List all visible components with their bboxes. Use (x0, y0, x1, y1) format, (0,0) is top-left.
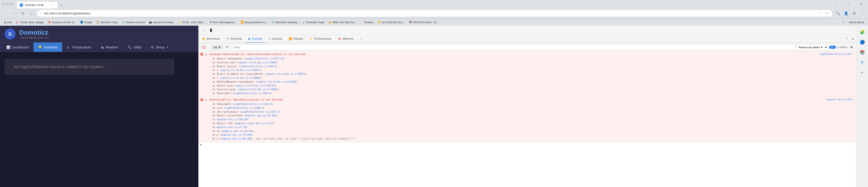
stack-link[interactable]: LightsController.js:817:25 (246, 57, 283, 60)
home-button[interactable]: ⌂ (28, 10, 35, 17)
bookmark-zt-za[interactable]: ⚡ ZT-ZA - Zone Telec... (176, 20, 207, 25)
more-bookmarks-button[interactable]: » (841, 20, 846, 25)
sidebar-bing-icon[interactable]: 🔵 (858, 38, 867, 47)
search-icon[interactable]: 🔍 (834, 10, 841, 17)
elements-icon: <> (226, 37, 229, 40)
address-bar[interactable]: ⚠ 192.168.0.42:8080/#/LightSwitches ☆ ⬡ (37, 10, 833, 17)
maximize-button[interactable]: □ (6, 2, 9, 6)
devtools-device-icon[interactable]: 📱 (208, 27, 214, 33)
bookmark-print[interactable]: 🖨 print (2, 20, 14, 25)
nav-weather[interactable]: 🌤 Weather (96, 42, 123, 52)
error-link-2[interactable]: angular.min.js:120 ↗ (827, 98, 854, 101)
error-expand-1[interactable]: ▶ (205, 53, 208, 56)
browser-minimize[interactable]: ─ (831, 0, 841, 8)
bookmark-fender-icon: 🎸 (16, 21, 19, 24)
bookmark-network-camera[interactable]: 📡 Network Camera (120, 20, 147, 25)
back-button[interactable]: ← (2, 10, 9, 17)
bookmark-free-telechargement[interactable]: ⬇ Free Telechargeme... (208, 20, 238, 25)
bookmark-ping[interactable]: 📶 ping sometimes re... (239, 20, 269, 25)
bookmark-google[interactable]: 🔵 Google (78, 20, 94, 25)
bookmark-amazon[interactable]: 🔖 Amazon.com.be: liv... (46, 20, 78, 25)
error-dot-2[interactable]: ● (200, 98, 203, 101)
stack-link[interactable]: jquery-3.6.0.min.js:2:28327 (221, 69, 260, 71)
bookmark-fender-label: Fender Bass reglage (20, 21, 43, 24)
tab-performances[interactable]: ⚡ Performances (306, 35, 335, 43)
continuation-button[interactable]: ▶ (198, 142, 856, 147)
sidebar-collections-icon[interactable]: 📚 (858, 48, 867, 57)
console-eye-icon[interactable]: 👁 (224, 44, 230, 51)
tab-more[interactable]: + (358, 35, 366, 43)
bookmark-antlr[interactable]: 📚 ANTLR Archives - St... (407, 20, 440, 25)
stack-link[interactable]: jquery-3.6.0.min.js:2:82714 (236, 84, 275, 87)
stack-link[interactable]: jquery-3.6.0.min.js:2:78291 (239, 88, 278, 91)
devtools-settings-btn[interactable]: ⋮ (837, 36, 843, 42)
more-options-icon[interactable]: ⋮ (859, 10, 866, 17)
stack-link[interactable]: angular.min.js:45:365 (246, 114, 276, 117)
stack-link[interactable]: jquery-3.6.0.min.js:2:3003 (239, 61, 276, 64)
close-window-button[interactable]: × (10, 2, 13, 6)
stack-link[interactable]: jquery-3.6.0.min.js:2:82355 (257, 80, 297, 83)
bookmark-grafana[interactable]: 📈 Grafana (358, 20, 375, 25)
tab-memoire[interactable]: 🧠 Mémoire (335, 35, 356, 43)
tab-sources[interactable]: ⬡ Sources (265, 35, 285, 43)
console-clear-icon[interactable]: 🚫 (200, 44, 207, 51)
nav-dashboard[interactable]: 📊 Dashboard (2, 42, 33, 52)
bookmark-page-icon[interactable]: ☆ (818, 10, 823, 16)
sidebar-outlook-icon[interactable]: 📧 (858, 58, 867, 67)
stack-link[interactable]: angular.min.js:66:186 (221, 137, 252, 140)
bookmark-timescale[interactable]: 📊 Timescale Forge (300, 20, 326, 25)
nav-temperature[interactable]: 🌡 Temperature (62, 42, 96, 52)
new-tab-button[interactable]: + (58, 2, 64, 8)
extensions-icon[interactable]: ⬡ (824, 10, 830, 16)
console-filter-input[interactable] (232, 44, 795, 50)
sidebar-extensions-icon[interactable]: 🧩 (858, 28, 867, 37)
nav-setup[interactable]: ⚙ Setup ▼ (146, 42, 174, 52)
stack-link[interactable]: jquery-3.6.0.min.js:2:29981 (221, 76, 260, 79)
browser-maximize[interactable]: □ (843, 0, 854, 8)
stack-link[interactable]: LightsController.js:246:6 (234, 92, 270, 95)
stack-link[interactable]: LightsController.js:1264:4 (234, 102, 272, 105)
forward-button[interactable]: → (10, 10, 18, 17)
tab-close-button[interactable]: × (51, 3, 55, 7)
bookmark-camera-ext[interactable]: 📷 camera Ext entree (147, 20, 176, 25)
error-count-badge[interactable]: 99+ (829, 46, 836, 49)
stack-link[interactable]: LightsController.js:2172:3 (241, 111, 279, 113)
browser-tab-active[interactable]: D Domoticz Ocak × (17, 1, 58, 8)
tab-bienvenue[interactable]: 👋 Bienvenue (198, 35, 223, 43)
browser-close[interactable]: ✕ (856, 0, 866, 8)
bookmark-fender[interactable]: 🎸 Fender Bass reglage (14, 20, 45, 25)
stack-link[interactable]: LightsController.js:2400:4 (225, 106, 263, 109)
sidebar-more-icon[interactable]: + (858, 68, 867, 77)
stack-link[interactable]: jquery-3.6.0.min.js:2:29072 (266, 72, 305, 75)
bookmark-ijns[interactable]: 🔑 ijns-2010-v10-n2-p... (376, 20, 407, 25)
tab-reseau[interactable]: 📶 Réseau (285, 35, 306, 43)
refresh-button[interactable]: ↻ (19, 10, 27, 17)
account-icon[interactable]: 👤 (842, 10, 850, 17)
error-dot-1[interactable]: ● (200, 53, 203, 56)
bookmark-netscaler[interactable]: 🔗 NetScaler Gateway (270, 20, 299, 25)
stack-link[interactable]: angular.min.js:74:340 (221, 133, 252, 136)
settings-icon[interactable]: ⚙ (850, 10, 858, 17)
main-area: D Domoticz * ElementMedia Dark v0.3 📊 Da… (0, 26, 868, 187)
context-top-button[interactable]: top ▼ (212, 45, 223, 49)
log-level-select[interactable]: Niveaux par défaut ▼ (797, 44, 828, 50)
console-settings-icon[interactable]: ⚙ (849, 44, 854, 50)
stack-link[interactable]: LightsController.js:760:9 (240, 65, 276, 68)
autres-favoris-button[interactable]: Autres favoris (847, 20, 866, 25)
stack-link[interactable]: angular.min.js:17:134 (217, 126, 247, 128)
error-expand-2[interactable]: ▶ (205, 98, 208, 101)
devtools-inspect-icon[interactable]: ⬚ (200, 27, 207, 33)
bookmark-domoticz[interactable]: 🏠 Domoticz Ocak (94, 20, 120, 25)
devtools-close-btn[interactable]: ✕ (850, 36, 856, 42)
tab-elements[interactable]: <> Éléments (223, 35, 245, 43)
devtools-help-btn[interactable]: ? (843, 36, 850, 42)
nav-utility[interactable]: 🔧 Utility (123, 42, 146, 52)
minimize-button[interactable]: — (2, 2, 5, 6)
stack-link[interactable]: angular-route.min.js:8:217 (236, 122, 273, 125)
stack-link[interactable]: angular.min.js:199:267 (217, 118, 249, 121)
nav-switches[interactable]: 💡 Switches (33, 42, 62, 52)
error-link-1[interactable]: LightsController.js:817 ↗ (819, 53, 854, 55)
bookmark-write[interactable]: ✍ Write Your Own De... (327, 20, 358, 25)
tab-console[interactable]: ▶ Console (245, 35, 265, 43)
stack-link[interactable]: angular.min.js:30:361 (222, 130, 253, 132)
